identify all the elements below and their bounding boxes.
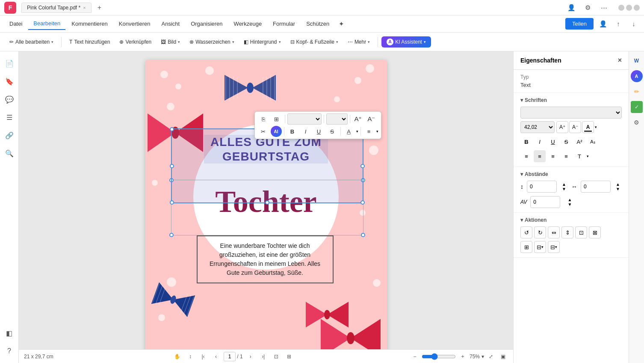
zoom-out-button[interactable]: − [410,351,420,362]
font-size-dropdown[interactable]: 42,02 [520,121,555,133]
more-button[interactable]: ⋯ Mehr ▾ [343,37,374,47]
panel-close-button[interactable]: × [618,57,622,64]
font-family-select[interactable] [287,113,322,125]
cursor-tool-button[interactable]: ↕ [185,351,195,362]
text-selection-box[interactable] [171,128,363,203]
fit-page-button[interactable]: ⊞ [284,351,294,362]
superscript-button[interactable]: A² [573,136,585,148]
line-spacing-increment[interactable]: ▲▼ [560,181,568,193]
resize-handle-ml[interactable] [170,164,174,168]
decrease-font-button[interactable]: A⁻ [366,113,378,125]
settings-side-button[interactable]: ⚙ [631,116,643,128]
resize-handle-bl[interactable] [169,233,174,237]
header-footer-button[interactable]: ⊟ Kopf- & Fußzeile ▾ [286,37,343,47]
menu-organisieren[interactable]: Organisieren [186,18,227,30]
sidebar-bookmark-icon[interactable]: 🔖 [2,74,17,89]
highlight-plugin-button[interactable]: ✏ [631,86,643,98]
zoom-in-button[interactable]: + [458,351,468,362]
decrease-font-size-button[interactable]: A⁻ [569,121,581,133]
font-color-button[interactable]: A [582,121,594,133]
all-edit-button[interactable]: ✏ Alle bearbeiten ▾ [5,37,58,47]
underline-button[interactable]: U [313,126,325,137]
watermark-button[interactable]: ⊗ Wasserzeichen ▾ [185,37,239,47]
sidebar-link-icon[interactable]: 🔗 [2,128,17,143]
extract-button[interactable]: ⊠ [589,226,601,238]
cut-button[interactable]: ✂ [257,126,269,137]
next-page-button[interactable]: › [245,351,256,362]
ai-inline-button[interactable]: AI [271,126,282,137]
menu-datei[interactable]: Datei [4,18,27,30]
undo-action-button[interactable]: ↺ [520,226,532,238]
quote-text-box[interactable]: Eine wunderbare Tochter wie dich großzuz… [197,235,334,283]
menu-kommentieren[interactable]: Kommentieren [66,18,113,30]
last-page-button[interactable]: ›| [258,351,269,362]
sidebar-layers-icon[interactable]: ◧ [2,325,17,341]
resize-handle-tl[interactable] [170,127,174,131]
close-window-button[interactable] [634,5,640,11]
sidebar-toc-icon[interactable]: ☰ [2,110,17,125]
fullscreen-button[interactable]: ⤢ [486,351,496,362]
close-tab-button[interactable]: × [83,5,86,10]
share-button[interactable]: Teilen [565,18,594,30]
maximize-button[interactable] [626,5,632,11]
copy-button[interactable]: ⎘ [257,113,269,125]
flip-h-button[interactable]: ⇔ [548,226,560,238]
align-center-button[interactable]: ≡ [534,150,546,162]
image-button[interactable]: 🖼 Bild ▾ [157,37,184,47]
resize-handle-bl[interactable] [170,200,174,205]
crop-button[interactable]: ⊡ [575,226,587,238]
zoom-slider[interactable] [422,353,456,360]
align-right-button[interactable]: ≡ [547,150,559,162]
bold-button[interactable]: B [287,126,298,137]
menu-formular[interactable]: Formular [268,18,300,30]
profile-button[interactable]: 👤 [565,2,577,14]
font-family-dropdown[interactable] [520,107,622,119]
first-page-button[interactable]: |‹ [198,351,208,362]
sidebar-help-icon[interactable]: ? [2,343,17,359]
zoom-dropdown-icon[interactable]: ▾ [482,354,484,360]
prev-page-button[interactable]: ‹ [211,351,221,362]
resize-handle-bm[interactable] [265,200,269,205]
align-justify-button[interactable]: ≡ [560,150,572,162]
redo-action-button[interactable]: ↻ [534,226,546,238]
italic-style-button[interactable]: I [534,136,546,148]
resize-handle-mr[interactable] [360,164,365,168]
sidebar-search-icon[interactable]: 🔍 [2,146,17,161]
distribute-button[interactable]: ⊟ ▾ [548,241,560,253]
ai-plugin-button[interactable]: A [631,70,643,82]
increase-font-button[interactable]: A⁺ [352,113,364,125]
strikethrough-style-button[interactable]: S [560,136,572,148]
menu-konvertieren[interactable]: Konvertieren [114,18,156,30]
link-button[interactable]: ⊕ Verknüpfen [115,37,156,47]
sidebar-comment-icon[interactable]: 💬 [2,92,17,107]
canvas-scroll[interactable]: ALLES GUTE ZUM GEBURTSTAG Tochter Eine w… [19,51,513,349]
char-spacing-increment[interactable]: ▲▼ [564,196,576,208]
check-plugin-button[interactable]: ✓ [631,101,643,113]
download-icon[interactable]: ↓ [628,18,640,30]
actions-section-title[interactable]: ▾ Aktionen [520,217,622,223]
hand-tool-button[interactable]: ✋ [172,351,183,362]
text-direction-button[interactable]: T [573,150,585,162]
view-mode-button[interactable]: ▣ [498,351,508,362]
account-icon[interactable]: 👤 [597,18,609,30]
bold-style-button[interactable]: B [520,136,532,148]
sidebar-pages-icon[interactable]: 📄 [2,56,17,71]
minimize-button[interactable] [618,5,624,11]
ai-assistant-button[interactable]: A KI Assistent ▾ [381,36,431,48]
more-options-button[interactable]: ⋯ [598,2,610,14]
format-button[interactable]: ⊞ [271,113,283,125]
align-button[interactable]: ≡ [363,126,375,137]
new-tab-button[interactable]: + [95,3,104,12]
text-color-button[interactable]: A [343,126,355,137]
menu-schutzen[interactable]: Schützen [301,18,334,30]
align-left-button[interactable]: ≡ [520,150,532,162]
font-size-select[interactable] [326,113,348,125]
background-button[interactable]: ◧ Hintergrund ▾ [239,37,285,47]
resize-handle-br[interactable] [360,200,365,205]
align-objects-button[interactable]: ⊟ ▾ [534,241,546,253]
menu-werkzeuge[interactable]: Werkzeuge [229,18,267,30]
underline-style-button[interactable]: U [547,136,559,148]
line-spacing-left-input[interactable] [527,181,557,193]
magic-wand-button[interactable]: ✦ [335,18,347,30]
active-tab[interactable]: Pink Colorful Tape.pdf * × [21,3,92,13]
